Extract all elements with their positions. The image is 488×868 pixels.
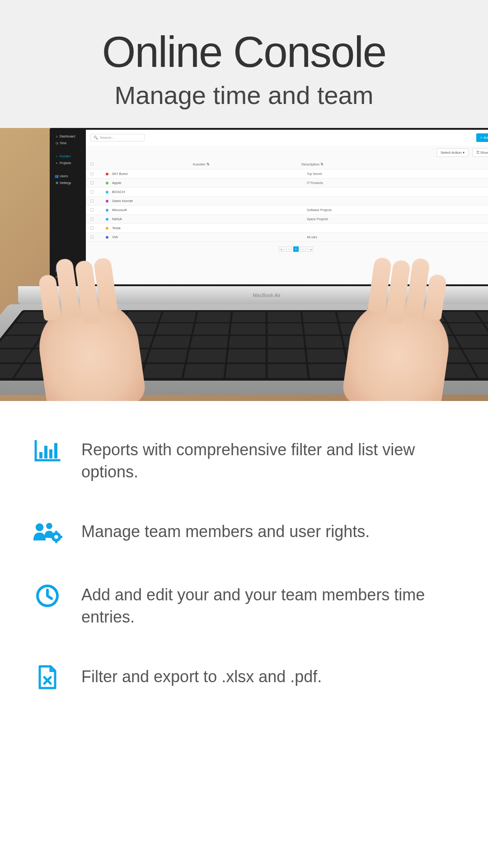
clock-icon: ◷ [55, 142, 58, 145]
color-dot [106, 182, 108, 184]
svg-rect-9 [55, 541, 57, 543]
table-header: Kunden ⇅ Description ⇅ [86, 160, 488, 170]
cell-name: NASA [112, 217, 307, 221]
color-dot [106, 173, 108, 175]
cell-name: VW [112, 235, 307, 239]
cell-name: BOSCH [112, 190, 307, 194]
archive-icon: ☰ [476, 151, 480, 155]
bar-chart-icon [32, 437, 63, 464]
cell-desc: Top Secret [307, 172, 488, 175]
page-first[interactable]: ⇤ [279, 246, 284, 252]
cell-desc: IT Products [307, 181, 488, 184]
row-checkbox[interactable] [90, 226, 94, 230]
feature-team: Manage team members and user rights. [32, 519, 456, 546]
page-last[interactable]: ⇥ [308, 246, 313, 252]
cell-name: Geen Hornet [112, 199, 307, 203]
color-dot [106, 218, 108, 221]
svg-rect-0 [39, 452, 42, 458]
table-row[interactable]: Geen Hornet [86, 197, 488, 206]
row-checkbox[interactable] [90, 181, 94, 184]
feature-text: Manage team members and user rights. [81, 519, 370, 543]
feature-text: Filter and export to .xlsx and .pdf. [81, 664, 322, 688]
table-row[interactable]: AppleIT Products [86, 179, 488, 188]
laptop-photo: ⌂ Dashboard ◷ Time ▪ Kunden ▪ [0, 128, 488, 401]
color-dot [106, 191, 108, 193]
page-next[interactable]: › [300, 246, 306, 252]
features-list: Reports with comprehensive filter and li… [0, 401, 488, 764]
cell-desc: All cars [307, 236, 488, 239]
feature-reports: Reports with comprehensive filter and li… [32, 437, 456, 483]
show-archive-button[interactable]: ☰ Show Arch [472, 148, 488, 157]
clock-circle-icon [32, 582, 63, 609]
color-dot [106, 200, 108, 203]
table-row[interactable]: BOSCH [86, 188, 488, 197]
sidebar-item-users[interactable]: 👥 Users [54, 173, 83, 179]
cell-name: Tesla [112, 226, 307, 230]
page-prev[interactable]: ‹ [286, 246, 291, 252]
sidebar-item-kunden[interactable]: ▪ Kunden [54, 153, 83, 159]
page-1[interactable]: 1 [293, 246, 299, 252]
cell-name: 007 Bond [112, 172, 307, 176]
row-checkbox[interactable] [90, 208, 94, 212]
pagination: ⇤ ‹ 1 › ⇥ [86, 242, 488, 256]
select-all-checkbox[interactable] [90, 162, 94, 165]
search-icon: 🔍 [94, 136, 98, 140]
table-row[interactable]: VWAll cars [86, 233, 488, 242]
row-checkbox[interactable] [90, 199, 94, 203]
cell-desc: Software Projects [307, 208, 488, 212]
color-dot [106, 227, 108, 230]
select-action-dropdown[interactable]: Select Action ▾ [436, 148, 468, 157]
cell-name: Microsoft [112, 208, 307, 212]
svg-rect-1 [44, 446, 47, 458]
row-checkbox[interactable] [90, 217, 94, 221]
color-dot [106, 209, 108, 212]
feature-text: Reports with comprehensive filter and li… [81, 437, 456, 483]
sidebar-item-projects[interactable]: ▪ Projects [54, 160, 83, 166]
hero-subtitle: Manage time and team [0, 80, 488, 110]
svg-point-5 [46, 523, 52, 529]
table-row[interactable]: Tesla [86, 224, 488, 233]
plus-icon: + [480, 136, 483, 140]
table-body: 007 BondTop SecretAppleIT ProductsBOSCHG… [86, 170, 488, 242]
search-placeholder: Search... [100, 136, 114, 140]
list-icon: ▪ [55, 161, 58, 165]
home-icon: ⌂ [55, 135, 58, 138]
table-row[interactable]: NASASpace Projects [86, 215, 488, 224]
svg-rect-8 [55, 531, 57, 533]
sidebar-item-settings[interactable]: ⚙ Settings [54, 180, 83, 186]
search-input[interactable]: 🔍 Search... [90, 134, 145, 142]
table-row[interactable]: 007 BondTop Secret [86, 170, 488, 179]
svg-rect-2 [49, 449, 52, 458]
svg-rect-10 [50, 536, 53, 538]
cell-desc: Space Projects [307, 217, 488, 221]
sidebar-label: Settings [60, 181, 71, 184]
chevron-down-icon: ▾ [463, 151, 465, 155]
svg-point-4 [36, 524, 44, 532]
list-icon: ▪ [55, 155, 58, 158]
hero-header: Online Console Manage time and team [0, 0, 488, 128]
gear-icon: ⚙ [55, 181, 58, 184]
svg-rect-11 [60, 536, 62, 538]
sidebar-item-dashboard[interactable]: ⌂ Dashboard [54, 133, 83, 139]
column-header-name[interactable]: Kunden ⇅ [101, 162, 301, 166]
feature-time: Add and edit your and your team members … [32, 582, 456, 628]
sidebar-item-time[interactable]: ◷ Time [54, 140, 83, 146]
row-checkbox[interactable] [90, 172, 94, 175]
app-main: 🔍 Search... + Add Kun Select Action ▾ [86, 130, 488, 284]
sidebar-label: Kunden [60, 155, 70, 158]
users-icon: 👥 [55, 175, 58, 178]
add-button[interactable]: + Add Kun [476, 133, 488, 142]
table-row[interactable]: MicrosoftSoftware Projects [86, 206, 488, 215]
file-excel-icon [32, 664, 63, 691]
cell-name: Apple [112, 181, 307, 185]
sidebar-label: Time [60, 142, 66, 145]
column-header-desc[interactable]: Description ⇅ [301, 162, 488, 166]
hero-title: Online Console [0, 27, 488, 77]
feature-text: Add and edit your and your team members … [81, 582, 456, 628]
sidebar-label: Projects [60, 161, 71, 165]
feature-export: Filter and export to .xlsx and .pdf. [32, 664, 456, 691]
row-checkbox[interactable] [90, 190, 94, 193]
row-checkbox[interactable] [90, 236, 94, 239]
svg-rect-3 [54, 443, 57, 458]
team-gear-icon [32, 519, 63, 546]
